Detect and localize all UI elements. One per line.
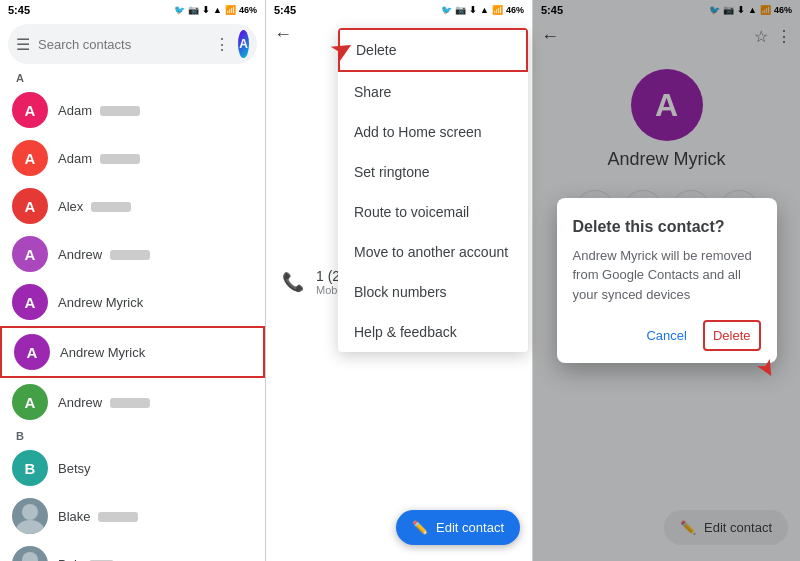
dialog-delete-button[interactable]: Delete — [703, 320, 761, 351]
contact-avatar: A — [12, 92, 48, 128]
contacts-list: A A Adam A Adam A Alex A Andrew A Andrew… — [0, 68, 265, 561]
delete-dialog: Delete this contact? Andrew Myrick will … — [557, 198, 777, 364]
status-time-1: 5:45 — [8, 4, 30, 16]
contact-name: Adam — [58, 151, 253, 166]
signal-icon: ▲ — [213, 5, 222, 15]
contact-item-andrew2[interactable]: A Andrew — [0, 378, 265, 426]
download-icon: ⬇ — [202, 5, 210, 15]
contact-name: Andrew Myrick — [60, 345, 251, 360]
twitter-icon2: 🐦 — [441, 5, 452, 15]
back-button[interactable]: ← — [274, 24, 292, 45]
contact-item-andrew-myrick1[interactable]: A Andrew Myrick — [0, 278, 265, 326]
contact-detail-panel: 5:45 🐦 📷 ⬇ ▲ 📶 46% ← ⋮ A Andrew Myrick 📞… — [266, 0, 533, 561]
contact-item-betsy[interactable]: B Betsy — [0, 444, 265, 492]
contact-name: Andrew Myrick — [58, 295, 253, 310]
contact-avatar: A — [12, 188, 48, 224]
contact-item-andrew-myrick2[interactable]: A Andrew Myrick — [0, 326, 265, 378]
contact-name: Blake — [58, 509, 253, 524]
svg-point-0 — [22, 504, 38, 520]
menu-help[interactable]: Help & feedback — [338, 312, 528, 352]
menu-delete[interactable]: Delete — [338, 28, 528, 72]
contact-avatar: A — [12, 140, 48, 176]
user-avatar[interactable]: A — [238, 30, 249, 58]
edit-contact-fab[interactable]: ✏️ Edit contact — [396, 510, 520, 545]
svg-point-1 — [16, 520, 44, 534]
contact-avatar: B — [12, 450, 48, 486]
status-time-2: 5:45 — [274, 4, 296, 16]
contact-name: Bob — [58, 557, 253, 562]
dialog-body: Andrew Myrick will be removed from Googl… — [573, 246, 761, 305]
contact-name: Andrew — [58, 395, 253, 410]
wifi-icon2: 📶 — [492, 5, 503, 15]
more-options-icon[interactable]: ⋮ — [214, 35, 230, 54]
status-bar-1: 5:45 🐦 📷 ⬇ ▲ 📶 46% — [0, 0, 265, 20]
contact-item-alex[interactable]: A Alex — [0, 182, 265, 230]
contact-item-andrew1[interactable]: A Andrew — [0, 230, 265, 278]
contact-name: Betsy — [58, 461, 253, 476]
status-bar-2: 5:45 🐦 📷 ⬇ ▲ 📶 46% — [266, 0, 532, 20]
contacts-list-panel: 5:45 🐦 📷 ⬇ ▲ 📶 46% ☰ ⋮ A A A Adam A Adam — [0, 0, 266, 561]
hamburger-icon[interactable]: ☰ — [16, 35, 30, 54]
menu-move-account[interactable]: Move to another account — [338, 232, 528, 272]
battery-icon: 46% — [239, 5, 257, 15]
contact-item-adam1[interactable]: A Adam — [0, 86, 265, 134]
menu-ringtone[interactable]: Set ringtone — [338, 152, 528, 192]
delete-dialog-panel: 5:45 🐦 📷 ⬇ ▲ 📶 46% ← ☆ ⋮ A Andrew Myrick… — [533, 0, 800, 561]
contact-avatar: A — [14, 334, 50, 370]
search-input[interactable] — [38, 37, 206, 52]
status-icons-2: 🐦 📷 ⬇ ▲ 📶 46% — [441, 5, 524, 15]
section-b-label: B — [0, 426, 265, 444]
section-a-label: A — [0, 68, 265, 86]
contact-avatar: A — [12, 236, 48, 272]
context-menu: Delete Share Add to Home screen Set ring… — [338, 28, 528, 352]
download-icon2: ⬇ — [469, 5, 477, 15]
menu-share[interactable]: Share — [338, 72, 528, 112]
battery-icon2: 46% — [506, 5, 524, 15]
dialog-title: Delete this contact? — [573, 218, 761, 236]
contact-name: Andrew — [58, 247, 253, 262]
edit-icon: ✏️ — [412, 520, 428, 535]
edit-label: Edit contact — [436, 520, 504, 535]
contact-name: Alex — [58, 199, 253, 214]
camera-icon2: 📷 — [455, 5, 466, 15]
contact-avatar — [12, 546, 48, 561]
phone-icon: 📞 — [282, 271, 304, 293]
signal-icon2: ▲ — [480, 5, 489, 15]
contact-name: Adam — [58, 103, 253, 118]
contact-avatar: A — [12, 284, 48, 320]
search-bar[interactable]: ☰ ⋮ A — [8, 24, 257, 64]
contact-avatar — [12, 498, 48, 534]
dialog-overlay: Delete this contact? Andrew Myrick will … — [533, 0, 800, 561]
svg-point-2 — [22, 552, 38, 561]
menu-block[interactable]: Block numbers — [338, 272, 528, 312]
wifi-icon: 📶 — [225, 5, 236, 15]
twitter-icon: 🐦 — [174, 5, 185, 15]
dialog-buttons: Cancel Delete — [573, 320, 761, 351]
menu-voicemail[interactable]: Route to voicemail — [338, 192, 528, 232]
contact-item-blake[interactable]: Blake — [0, 492, 265, 540]
contact-item-adam2[interactable]: A Adam — [0, 134, 265, 182]
menu-add-home[interactable]: Add to Home screen — [338, 112, 528, 152]
camera-icon: 📷 — [188, 5, 199, 15]
dialog-cancel-button[interactable]: Cancel — [638, 322, 694, 349]
contact-item-bob[interactable]: Bob — [0, 540, 265, 561]
status-icons-1: 🐦 📷 ⬇ ▲ 📶 46% — [174, 5, 257, 15]
contact-avatar: A — [12, 384, 48, 420]
